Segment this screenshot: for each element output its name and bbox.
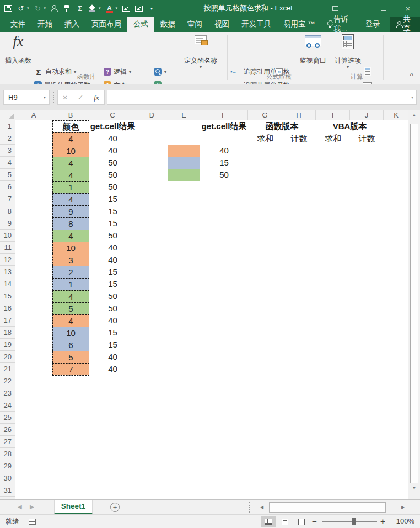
row-header-3[interactable]: 3 xyxy=(0,145,15,157)
zoom-slider-track[interactable] xyxy=(322,521,377,522)
select-all-corner[interactable] xyxy=(0,110,15,120)
row-header-10[interactable]: 10 xyxy=(0,230,15,242)
vertical-scroll-thumb[interactable] xyxy=(410,124,418,483)
cell-B10[interactable]: 4 xyxy=(52,230,89,242)
column-header-E[interactable]: E xyxy=(168,110,200,120)
page-break-view-button[interactable] xyxy=(294,516,309,527)
tab-审阅[interactable]: 审阅 xyxy=(181,17,208,32)
cell-C20[interactable]: 40 xyxy=(89,351,136,363)
cell-B19[interactable]: 6 xyxy=(52,339,89,351)
font-color-dropdown-icon[interactable]: ▾ xyxy=(116,6,118,10)
formula-bar-drag-handle[interactable] xyxy=(53,92,54,103)
cell-C2[interactable]: 40 xyxy=(89,132,136,145)
row-header-1[interactable]: 1 xyxy=(0,120,15,132)
cell-C8[interactable]: 15 xyxy=(89,205,136,217)
customize-qat-icon[interactable] xyxy=(148,6,155,11)
tell-me-button[interactable]: 告诉我... xyxy=(321,14,359,34)
cell-B21[interactable]: 7 xyxy=(52,363,89,375)
row-header-18[interactable]: 18 xyxy=(0,327,15,339)
undo-icon[interactable]: ↺ xyxy=(17,4,25,13)
cell-C3[interactable]: 40 xyxy=(89,145,136,157)
cell-B11[interactable]: 10 xyxy=(52,242,89,254)
cell-C5[interactable]: 50 xyxy=(89,169,136,181)
cell-C10[interactable]: 50 xyxy=(89,230,136,242)
row-header-4[interactable]: 4 xyxy=(0,157,15,169)
add-person-icon[interactable] xyxy=(51,4,58,12)
row-header-2[interactable]: 2 xyxy=(0,132,15,145)
row-header-8[interactable]: 8 xyxy=(0,205,15,217)
zoom-slider-thumb[interactable] xyxy=(352,518,356,525)
row-header-31[interactable]: 31 xyxy=(0,484,15,497)
cell-C17[interactable]: 40 xyxy=(89,314,136,327)
tab-页面布局[interactable]: 页面布局 xyxy=(85,17,127,32)
macro-record-icon[interactable] xyxy=(29,519,36,525)
row-header-19[interactable]: 19 xyxy=(0,339,15,351)
cell-C7[interactable]: 15 xyxy=(89,193,136,205)
cell-B12[interactable]: 3 xyxy=(52,254,89,266)
cell-C11[interactable]: 40 xyxy=(89,242,136,254)
fill-color-dropdown-icon[interactable]: ▾ xyxy=(99,6,101,10)
sheet-tab-sheet1[interactable]: Sheet1 xyxy=(54,500,93,514)
row-header-20[interactable]: 20 xyxy=(0,351,15,363)
cell-I1-merged[interactable]: VBA版本 xyxy=(316,120,384,132)
name-box[interactable]: H9 ▾ xyxy=(3,90,50,105)
row-header-12[interactable]: 12 xyxy=(0,254,15,266)
column-header-H[interactable]: H xyxy=(282,110,316,120)
tab-bar-drag-handle[interactable] xyxy=(249,502,250,513)
tab-开始[interactable]: 开始 xyxy=(31,17,58,32)
cell-B16[interactable]: 5 xyxy=(52,302,89,314)
row-header-13[interactable]: 13 xyxy=(0,266,15,278)
scroll-down-icon[interactable]: ▼ xyxy=(408,486,420,490)
cell-G2[interactable]: 求和 xyxy=(248,132,282,145)
cell-B4[interactable]: 4 xyxy=(52,157,89,169)
column-header-G[interactable]: G xyxy=(248,110,282,120)
cell-B13[interactable]: 2 xyxy=(52,266,89,278)
row-header-21[interactable]: 21 xyxy=(0,363,15,375)
cell-B8[interactable]: 9 xyxy=(52,205,89,217)
cell-F5[interactable]: 50 xyxy=(200,169,248,181)
cell-C18[interactable]: 15 xyxy=(89,327,136,339)
cell-B3[interactable]: 10 xyxy=(52,145,89,157)
fill-color-icon[interactable] xyxy=(89,4,96,12)
zoom-level[interactable]: 100% xyxy=(386,515,414,528)
row-header-30[interactable]: 30 xyxy=(0,472,15,484)
horizontal-scroll-thumb[interactable] xyxy=(269,502,386,513)
tab-插入[interactable]: 插入 xyxy=(58,17,85,32)
cell-B6[interactable]: 1 xyxy=(52,181,89,193)
formula-input[interactable]: ▾ xyxy=(107,90,417,105)
row-header-24[interactable]: 24 xyxy=(0,399,15,412)
column-header-K[interactable]: K xyxy=(384,110,409,120)
column-header-F[interactable]: F xyxy=(200,110,248,120)
column-header-I[interactable]: I xyxy=(316,110,350,120)
zoom-in-icon[interactable]: + xyxy=(380,515,385,528)
cell-G1-merged[interactable]: 函数版本 xyxy=(248,120,316,132)
cell-C1[interactable]: get.cell结果 xyxy=(89,120,136,132)
cell-C21[interactable]: 40 xyxy=(89,363,136,375)
scroll-left-icon[interactable]: ◀ xyxy=(257,502,267,513)
cell-F3[interactable]: 40 xyxy=(200,145,248,157)
cell-C6[interactable]: 50 xyxy=(89,181,136,193)
cell-B15[interactable]: 4 xyxy=(52,290,89,302)
row-header-16[interactable]: 16 xyxy=(0,302,15,314)
enter-icon[interactable]: ✓ xyxy=(78,93,84,102)
tab-公式[interactable]: 公式 xyxy=(127,17,154,32)
row-header-14[interactable]: 14 xyxy=(0,278,15,290)
sign-in-button[interactable]: 登录 xyxy=(359,17,386,32)
cell-C4[interactable]: 50 xyxy=(89,157,136,169)
cell-C12[interactable]: 40 xyxy=(89,254,136,266)
row-header-9[interactable]: 9 xyxy=(0,217,15,230)
row-header-17[interactable]: 17 xyxy=(0,314,15,327)
cell-H2[interactable]: 计数 xyxy=(282,132,316,145)
font-color-icon[interactable]: A xyxy=(106,4,114,13)
row-header-6[interactable]: 6 xyxy=(0,181,15,193)
column-header-D[interactable]: D xyxy=(136,110,168,120)
cell-B7[interactable]: 4 xyxy=(52,193,89,205)
zoom-out-icon[interactable]: − xyxy=(312,515,317,528)
share-button[interactable]: 共享 xyxy=(390,17,420,32)
row-header-23[interactable]: 23 xyxy=(0,387,15,399)
collapse-ribbon-icon[interactable]: ^ xyxy=(410,72,413,78)
row-header-25[interactable]: 25 xyxy=(0,412,15,424)
new-sheet-icon[interactable]: + xyxy=(110,503,120,512)
redo-dropdown-icon[interactable]: ▾ xyxy=(44,6,46,10)
formula-bar-expand-icon[interactable]: ▾ xyxy=(411,90,413,104)
